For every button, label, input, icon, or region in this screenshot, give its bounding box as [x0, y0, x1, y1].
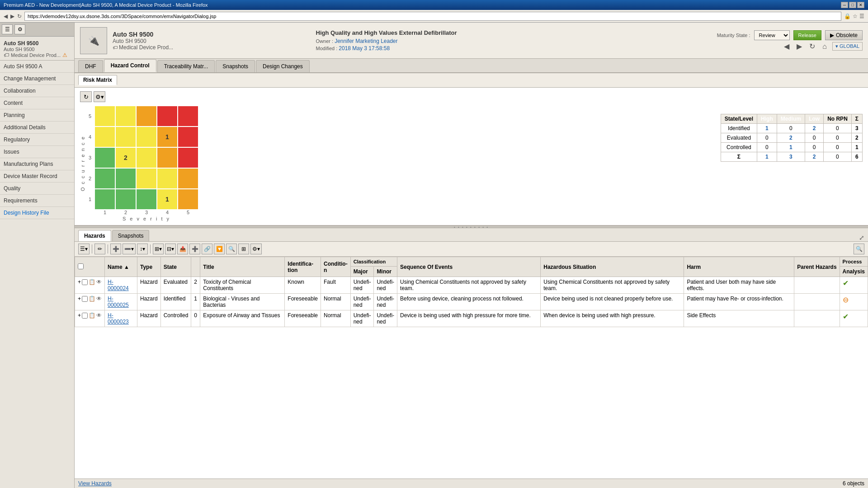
cell-2-5[interactable]: [178, 168, 198, 189]
expand-icon[interactable]: +: [78, 312, 81, 319]
back-icon[interactable]: ◀: [4, 13, 8, 19]
sidebar-item-devicemaster[interactable]: Device Master Record: [0, 170, 74, 183]
nav-forward-arrow[interactable]: ▶: [795, 42, 804, 51]
th-type[interactable]: Type: [137, 257, 160, 277]
cell-4-3[interactable]: [136, 127, 157, 147]
cell-4-1[interactable]: [94, 127, 115, 147]
sidebar-item-content[interactable]: Content: [0, 97, 74, 109]
cell-3-2[interactable]: 2: [115, 147, 136, 168]
refresh-matrix-btn[interactable]: ↻: [80, 91, 92, 102]
cell-1-4[interactable]: 1: [157, 189, 178, 210]
menu-icon[interactable]: ☰: [859, 13, 864, 19]
row1-name[interactable]: H-0000024: [105, 277, 137, 294]
close-button[interactable]: ✕: [857, 2, 864, 8]
htab-snapshots[interactable]: Snapshots: [112, 230, 150, 241]
group-btn[interactable]: ⊞: [238, 244, 249, 254]
cell-4-4[interactable]: 1: [157, 127, 178, 147]
hazards-table-wrap[interactable]: Name ▲ Type State Title Identifica-tion …: [75, 257, 868, 479]
sidebar-item-requirements[interactable]: Requirements: [0, 195, 74, 207]
th-harm[interactable]: Harm: [684, 257, 794, 277]
sidebar-item-change[interactable]: Change Management: [0, 73, 74, 85]
tab-design-changes[interactable]: Design Changes: [256, 60, 310, 72]
sidebar-gear-icon[interactable]: ⚙: [14, 24, 25, 34]
move-btn[interactable]: ↕▾: [137, 244, 148, 254]
minimize-button[interactable]: ─: [841, 2, 848, 8]
th-minor[interactable]: Minor: [374, 267, 397, 277]
sidebar-product-title[interactable]: Auto SH 9500: [4, 40, 71, 47]
cell-1-3[interactable]: [136, 189, 157, 210]
select-all-checkbox[interactable]: [78, 263, 84, 269]
add-btn[interactable]: ➕: [110, 244, 121, 254]
sidebar-item-planning[interactable]: Planning: [0, 109, 74, 122]
row3-select[interactable]: [82, 313, 88, 319]
htab-hazards[interactable]: Hazards: [78, 230, 111, 241]
th-condition[interactable]: Conditio-n: [321, 257, 351, 277]
address-input[interactable]: [24, 12, 841, 21]
home-icon[interactable]: ⌂: [821, 42, 829, 51]
global-button[interactable]: ▾ GLOBAL: [832, 42, 863, 51]
th-hazsituation[interactable]: Hazardous Situation: [541, 257, 684, 277]
search-filter-btn[interactable]: 🔍: [854, 244, 864, 254]
table-btn[interactable]: ⊟▾: [165, 244, 176, 254]
cell-3-3[interactable]: [136, 147, 157, 168]
tab-traceability[interactable]: Traceability Matr...: [157, 60, 215, 72]
expand-icon[interactable]: +: [78, 296, 81, 302]
obsolete-button[interactable]: ▶ Obsolete: [825, 30, 863, 40]
row3-name[interactable]: H-0000023: [105, 310, 137, 327]
th-title[interactable]: Title: [200, 257, 285, 277]
th-name[interactable]: Name ▲: [105, 257, 137, 277]
row1-select[interactable]: [82, 279, 88, 285]
cell-4-5[interactable]: [178, 127, 198, 147]
tab-snapshots[interactable]: Snapshots: [216, 60, 255, 72]
row2-select[interactable]: [82, 296, 88, 302]
cell-1-1[interactable]: [94, 189, 115, 210]
expand-icon[interactable]: +: [78, 279, 81, 285]
sidebar-item-quality[interactable]: Quality: [0, 183, 74, 195]
th-major[interactable]: Major: [350, 267, 374, 277]
cell-5-3[interactable]: [136, 106, 157, 127]
cell-5-4[interactable]: [157, 106, 178, 127]
star-icon[interactable]: ☆: [853, 13, 858, 19]
sidebar-item-manufacturing[interactable]: Manufacturing Plans: [0, 158, 74, 170]
sidebar-list-icon[interactable]: ☰: [2, 24, 13, 34]
forward-icon[interactable]: ▶: [10, 13, 14, 19]
cell-3-1[interactable]: [94, 147, 115, 168]
search-btn[interactable]: 🔍: [226, 244, 237, 254]
sidebar-item-collaboration[interactable]: Collaboration: [0, 85, 74, 97]
sidebar-item-issues[interactable]: Issues: [0, 146, 74, 158]
hazard-link-25[interactable]: H-0000025: [108, 296, 129, 308]
release-button[interactable]: Release: [793, 30, 821, 40]
tab-dhf[interactable]: DHF: [78, 60, 103, 72]
expand-panel-icon[interactable]: ⤢: [859, 234, 864, 241]
list-view-btn[interactable]: ☰▾: [78, 244, 90, 254]
tab-hazard-control[interactable]: Hazard Control: [104, 59, 156, 72]
page-refresh-icon[interactable]: ↻: [807, 42, 817, 51]
cell-2-3[interactable]: [136, 168, 157, 189]
refresh-icon[interactable]: ↻: [17, 13, 22, 19]
cell-2-1[interactable]: [94, 168, 115, 189]
export-btn[interactable]: 📤: [177, 244, 188, 254]
nav-back-arrow[interactable]: ◀: [782, 42, 791, 51]
sidebar-item-autosh[interactable]: Auto SH 9500 A: [0, 61, 74, 73]
subtab-risk-matrix[interactable]: Risk Matrix: [78, 75, 117, 85]
cell-5-1[interactable]: [94, 106, 115, 127]
columns-btn[interactable]: ⊞▾: [153, 244, 164, 254]
sidebar-item-additional[interactable]: Additional Details: [0, 122, 74, 134]
th-state[interactable]: State: [160, 257, 191, 277]
edit-btn[interactable]: ✏: [94, 244, 105, 254]
settings-matrix-btn[interactable]: ⚙▾: [94, 91, 105, 102]
cell-3-4[interactable]: [157, 147, 178, 168]
view-hazards-link[interactable]: View Hazards: [78, 480, 112, 487]
th-analysis[interactable]: Analysis: [840, 267, 868, 277]
cell-1-2[interactable]: [115, 189, 136, 210]
hazard-link-24[interactable]: H-0000024: [108, 279, 129, 291]
cell-5-2[interactable]: [115, 106, 136, 127]
cell-4-2[interactable]: [115, 127, 136, 147]
cell-5-5[interactable]: [178, 106, 198, 127]
hazard-link-23[interactable]: H-0000023: [108, 312, 129, 325]
more-btn[interactable]: ⚙▾: [250, 244, 262, 254]
maturity-select[interactable]: Review Release Obsolete: [754, 30, 790, 40]
connect-btn[interactable]: 🔗: [202, 244, 212, 254]
row2-name[interactable]: H-0000025: [105, 294, 137, 310]
filter-btn[interactable]: 🔽: [214, 244, 225, 254]
